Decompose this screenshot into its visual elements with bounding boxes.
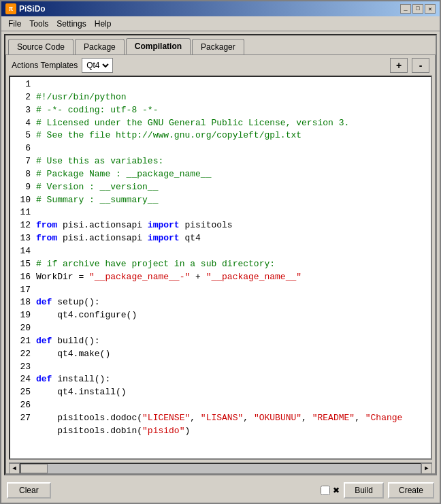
create-button[interactable]: Create — [388, 482, 434, 499]
code-line-22 — [36, 362, 42, 372]
menu-settings[interactable]: Settings — [52, 18, 90, 30]
title-buttons: _ □ ✕ — [400, 4, 436, 14]
code-line-12: from pisi.actionsapi import qt4 — [36, 233, 201, 243]
line-num-1: 1 — [13, 78, 31, 91]
clear-button[interactable]: Clear — [7, 482, 51, 499]
line-num-25: 25 — [13, 386, 31, 399]
code-line-23: def install(): — [36, 374, 110, 384]
actions-label: Actions Templates — [12, 61, 78, 70]
line-num-17: 17 — [13, 284, 31, 297]
title-bar: π PiSiDo _ □ ✕ — [1, 1, 440, 16]
maximize-button[interactable]: □ — [412, 4, 423, 14]
tab-content-area: Actions Templates Qt4 + - 1 2 3 4 — [5, 54, 436, 474]
line-num-15: 15 — [13, 258, 31, 271]
main-window: π PiSiDo _ □ ✕ File Tools Settings Help … — [0, 0, 441, 504]
close-button[interactable]: ✕ — [425, 4, 436, 14]
line-num-3: 3 — [13, 104, 31, 117]
build-checkbox-icon: ✖ — [333, 486, 340, 495]
actions-bar: Actions Templates Qt4 + - — [6, 55, 435, 76]
add-action-button[interactable]: + — [390, 58, 408, 73]
code-line-6: # Use this as variables: — [36, 156, 163, 166]
line-numbers: 1 2 3 4 5 6 7 8 9 10 11 12 13 14 — [10, 77, 33, 458]
line-num-9: 9 — [13, 181, 31, 194]
code-line-5 — [36, 143, 42, 153]
tab-bar: Source Code Package Compilation Packager — [5, 35, 436, 54]
line-num-19: 19 — [13, 309, 31, 322]
build-checkbox-area: ✖ — [321, 486, 340, 495]
menu-bar: File Tools Settings Help — [1, 16, 440, 31]
tab-packager[interactable]: Packager — [192, 39, 244, 54]
code-line-19 — [36, 323, 42, 333]
code-line-4: # See the file http://www.gnu.org/copyle… — [36, 130, 301, 140]
code-editor[interactable]: 1 2 3 4 5 6 7 8 9 10 11 12 13 14 — [9, 76, 432, 460]
code-line-25 — [36, 400, 42, 410]
actions-dropdown[interactable]: Qt4 — [84, 60, 111, 71]
tab-compilation[interactable]: Compilation — [126, 38, 191, 54]
scroll-right-button[interactable]: ▶ — [421, 463, 432, 474]
line-num-27: 27 — [13, 412, 31, 425]
code-line-16 — [36, 285, 42, 295]
bottom-bar: Clear ✖ Build Create — [1, 478, 440, 503]
title-bar-left: π PiSiDo — [5, 3, 46, 14]
code-line-10 — [36, 207, 42, 217]
line-num-16: 16 — [13, 271, 31, 284]
code-line-1: #!/usr/bin/python — [36, 92, 127, 102]
code-line-2: # -*- coding: utf-8 -*- — [36, 105, 158, 115]
menu-file[interactable]: File — [4, 18, 25, 30]
code-line-21: qt4.make() — [36, 349, 110, 359]
menu-tools[interactable]: Tools — [25, 18, 52, 30]
line-num-20: 20 — [13, 322, 31, 335]
line-num-12: 12 — [13, 219, 31, 232]
code-line-8: # Version : __version__ — [36, 182, 158, 192]
line-num-21: 21 — [13, 335, 31, 348]
code-lines: #!/usr/bin/python # -*- coding: utf-8 -*… — [33, 77, 431, 458]
menu-help[interactable]: Help — [91, 18, 116, 30]
main-content: Source Code Package Compilation Packager… — [4, 34, 437, 475]
code-line-9: # Summary : __summary__ — [36, 195, 158, 205]
code-line-11: from pisi.actionsapi import pisitools — [36, 220, 233, 230]
line-num-5: 5 — [13, 129, 31, 142]
line-num-8: 8 — [13, 168, 31, 181]
code-line-14: # if archive have project in a sub direc… — [36, 259, 275, 269]
scroll-track[interactable] — [20, 463, 421, 474]
scroll-left-button[interactable]: ◀ — [9, 463, 20, 474]
scroll-thumb[interactable] — [20, 464, 48, 473]
line-num-10: 10 — [13, 194, 31, 207]
code-line-20: def build(): — [36, 336, 100, 346]
actions-select[interactable]: Qt4 — [82, 58, 113, 73]
build-button[interactable]: Build — [344, 482, 384, 499]
line-num-22: 22 — [13, 348, 31, 361]
code-line-13 — [36, 246, 42, 256]
horizontal-scrollbar[interactable]: ◀ ▶ — [9, 462, 432, 473]
code-content: 1 2 3 4 5 6 7 8 9 10 11 12 13 14 — [10, 77, 431, 458]
tab-source-code[interactable]: Source Code — [8, 39, 74, 54]
code-line-18: qt4.configure() — [36, 310, 137, 320]
app-icon: π — [5, 3, 16, 14]
line-num-11: 11 — [13, 206, 31, 219]
line-num-6: 6 — [13, 142, 31, 155]
tab-package[interactable]: Package — [75, 39, 125, 54]
code-line-17: def setup(): — [36, 297, 100, 307]
code-line-24: qt4.install() — [36, 387, 127, 397]
code-line-27: pisitools.dobin("pisido") — [36, 426, 190, 436]
line-num-23: 23 — [13, 361, 31, 374]
line-num-4: 4 — [13, 117, 31, 130]
line-num-13: 13 — [13, 232, 31, 245]
line-num-18: 18 — [13, 296, 31, 309]
line-num-14: 14 — [13, 245, 31, 258]
build-checkbox[interactable] — [321, 486, 330, 495]
code-line-15: WorkDir = "__package_name__-" + "__packa… — [36, 272, 301, 282]
minimize-button[interactable]: _ — [400, 4, 411, 14]
code-line-3: # Licensed under the GNU General Public … — [36, 118, 349, 128]
window-title: PiSiDo — [19, 4, 46, 14]
code-line-26: pisitools.dodoc("LICENSE", "LISANS", "OK… — [36, 413, 402, 423]
code-line-7: # Package Name : __package_name__ — [36, 169, 211, 179]
line-num-7: 7 — [13, 155, 31, 168]
line-num-2: 2 — [13, 91, 31, 104]
line-num-26: 26 — [13, 399, 31, 412]
remove-action-button[interactable]: - — [412, 58, 429, 73]
line-num-24: 24 — [13, 373, 31, 386]
